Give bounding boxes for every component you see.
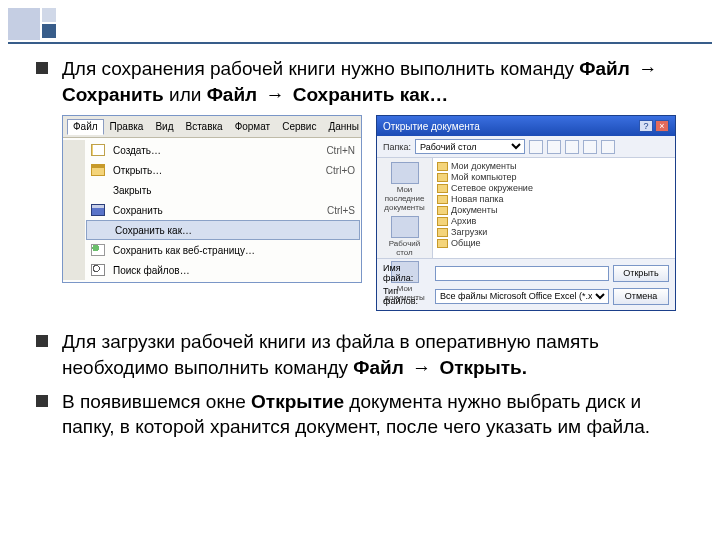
menu-tab-tools[interactable]: Сервис [276, 119, 322, 134]
list-item: Мой компьютер [437, 172, 671, 182]
list-item: Документы [437, 205, 671, 215]
menubar: Файл Правка Вид Вставка Формат Сервис Да… [63, 116, 361, 138]
menu-tab-view[interactable]: Вид [149, 119, 179, 134]
place-desktop[interactable]: Рабочий стол [381, 216, 429, 257]
folder-icon [437, 206, 448, 215]
filetype-label: Тип файлов: [383, 286, 431, 306]
open-button[interactable]: Открыть [613, 265, 669, 282]
menu-item-open[interactable]: Открыть… Ctrl+O [85, 160, 361, 180]
list-item: Архив [437, 216, 671, 226]
places-bar: Мои последние документы Рабочий стол Мои… [377, 158, 433, 258]
recent-icon [391, 162, 419, 184]
list-item: Общие [437, 238, 671, 248]
folder-icon [437, 184, 448, 193]
filetype-select[interactable]: Все файлы Microsoft Office Excel (*.xls;… [435, 289, 609, 304]
folder-open-icon [91, 164, 105, 176]
magnifier-icon [91, 264, 105, 276]
bullet-2: Для загрузки рабочей книги из файла в оп… [36, 329, 696, 380]
toolbar-newfolder-icon[interactable] [583, 140, 597, 154]
menu-item-save[interactable]: Сохранить Ctrl+S [85, 200, 361, 220]
lookin-select[interactable]: Рабочий стол [415, 139, 525, 154]
bullet-3: В появившемся окне Открытие документа ну… [36, 389, 696, 440]
menu-tab-format[interactable]: Формат [229, 119, 277, 134]
new-document-icon [91, 144, 105, 156]
dialog-titlebar: Открытие документа ? × [377, 116, 675, 136]
toolbar-back-icon[interactable] [529, 140, 543, 154]
menu-item-close[interactable]: Закрыть [85, 180, 361, 200]
list-item: Сетевое окружение [437, 183, 671, 193]
close-icon[interactable]: × [655, 120, 669, 132]
list-item: Мои документы [437, 161, 671, 171]
dialog-toolbar: Папка: Рабочий стол [377, 136, 675, 158]
filename-input[interactable] [435, 266, 609, 281]
menu-tab-file[interactable]: Файл [67, 119, 104, 135]
filename-label: Имя файла: [383, 263, 431, 283]
menu-item-saveas[interactable]: Сохранить как… [86, 220, 360, 240]
folder-icon [437, 195, 448, 204]
list-item: Новая папка [437, 194, 671, 204]
folder-icon [437, 162, 448, 171]
help-button-icon[interactable]: ? [639, 120, 653, 132]
menu-item-new[interactable]: Создать… Ctrl+N [85, 140, 361, 160]
dialog-title: Открытие документа [383, 121, 480, 132]
menu-tab-insert[interactable]: Вставка [179, 119, 228, 134]
cancel-button[interactable]: Отмена [613, 288, 669, 305]
open-dialog-screenshot: Открытие документа ? × Папка: Рабочий ст… [376, 115, 676, 311]
list-item: Загрузки [437, 227, 671, 237]
bullet-1: Для сохранения рабочей книги нужно выпол… [36, 56, 696, 107]
toolbar-delete-icon[interactable] [565, 140, 579, 154]
menu-item-find-files[interactable]: Поиск файлов… [85, 260, 361, 280]
slide-rule [8, 42, 712, 44]
place-recent[interactable]: Мои последние документы [381, 162, 429, 212]
folder-icon [437, 173, 448, 182]
slide-decor [8, 8, 56, 40]
folder-icon [437, 239, 448, 248]
globe-icon [91, 244, 105, 256]
folder-icon [437, 217, 448, 226]
menu-tab-data[interactable]: Данны [322, 119, 365, 134]
toolbar-up-icon[interactable] [547, 140, 561, 154]
file-list[interactable]: Мои документы Мой компьютер Сетевое окру… [433, 158, 675, 258]
floppy-disk-icon [91, 204, 105, 216]
file-menu-screenshot: Файл Правка Вид Вставка Формат Сервис Да… [62, 115, 362, 283]
menu-item-save-web[interactable]: Сохранить как веб-страницу… [85, 240, 361, 260]
toolbar-views-icon[interactable] [601, 140, 615, 154]
menu-tab-edit[interactable]: Правка [104, 119, 150, 134]
desktop-icon [391, 216, 419, 238]
folder-icon [437, 228, 448, 237]
